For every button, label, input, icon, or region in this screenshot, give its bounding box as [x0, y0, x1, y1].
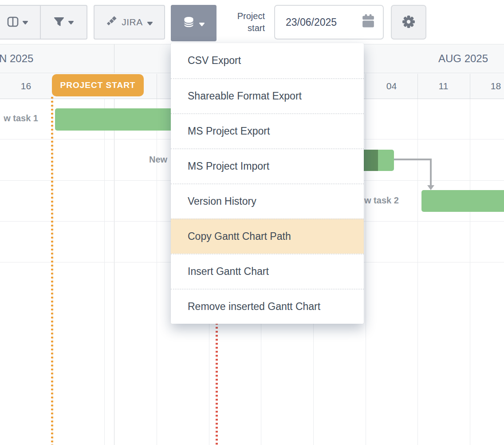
task-bar[interactable]	[55, 108, 185, 131]
date-cell-16: 16	[0, 74, 52, 99]
filter-button[interactable]	[41, 6, 87, 39]
task-label: New	[149, 155, 167, 165]
date-column-divider	[470, 74, 470, 99]
columns-icon	[7, 16, 19, 28]
project-start-marker-line	[51, 97, 53, 445]
chevron-down-icon	[199, 18, 205, 28]
month-label-aug: AUG 2025	[438, 44, 488, 73]
filter-icon	[54, 17, 64, 28]
toolbar: JIRA Project start 23/06/2025	[0, 0, 504, 44]
jira-button[interactable]: JIRA	[94, 5, 165, 40]
view-buttons-group	[0, 5, 87, 40]
jira-logo-icon	[106, 15, 118, 29]
month-label-jun: N 2025	[0, 44, 33, 73]
data-export-button[interactable]	[171, 5, 217, 41]
date-column-divider	[417, 74, 418, 99]
jira-button-label: JIRA	[122, 17, 143, 28]
task-bar[interactable]	[421, 190, 504, 212]
gridline-month-boundary	[114, 99, 114, 445]
project-start-badge[interactable]: PROJECT START	[52, 74, 144, 96]
data-export-dropdown-menu: CSV Export Shareable Format Export MS Pr…	[171, 43, 364, 324]
database-icon	[183, 16, 195, 30]
settings-button[interactable]	[391, 5, 426, 40]
dependency-arrowhead	[427, 185, 434, 190]
date-column-divider	[157, 74, 157, 99]
month-divider	[114, 44, 114, 73]
date-cell-04: 04	[366, 74, 417, 99]
project-start-date-input[interactable]: 23/06/2025	[274, 5, 384, 40]
task-label: w task 1	[0, 113, 38, 123]
menu-item-ms-project-import[interactable]: MS Project Import	[171, 148, 364, 183]
dependency-connector	[394, 159, 432, 160]
date-column-divider	[366, 74, 366, 99]
date-cell-18: 18	[470, 74, 504, 99]
gridline-vertical	[470, 99, 470, 445]
chevron-down-icon	[22, 19, 28, 26]
menu-item-copy-gantt-chart-path[interactable]: Copy Gantt Chart Path	[171, 219, 364, 254]
chevron-down-icon	[68, 19, 74, 26]
columns-button[interactable]	[0, 6, 40, 39]
gridline-vertical	[157, 99, 157, 445]
menu-item-shareable-format-export[interactable]: Shareable Format Export	[171, 78, 364, 113]
dependency-connector	[430, 159, 432, 185]
menu-item-csv-export[interactable]: CSV Export	[171, 43, 364, 78]
task-label: w task 2	[364, 195, 399, 206]
gridline-vertical	[104, 99, 105, 445]
calendar-icon[interactable]	[362, 14, 375, 30]
menu-item-insert-gantt-chart[interactable]: Insert Gantt Chart	[171, 254, 364, 289]
menu-item-ms-project-export[interactable]: MS Project Export	[171, 113, 364, 148]
date-cell-11: 11	[417, 74, 469, 99]
chevron-down-icon	[147, 17, 153, 28]
menu-item-remove-inserted-gantt-chart[interactable]: Remove inserted Gantt Chart	[171, 289, 364, 324]
project-start-date-value: 23/06/2025	[286, 16, 337, 28]
project-start-label: Project start	[220, 10, 265, 34]
gear-icon	[402, 15, 416, 30]
menu-item-version-history[interactable]: Version History	[171, 183, 364, 219]
gridline-vertical	[417, 99, 418, 445]
